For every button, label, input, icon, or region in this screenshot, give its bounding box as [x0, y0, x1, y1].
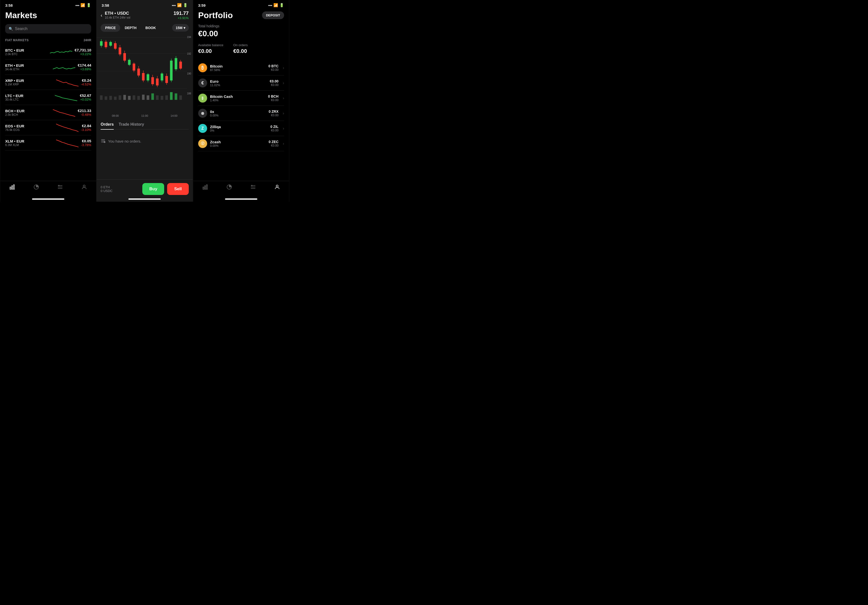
section-label: FIAT MARKETS — [5, 39, 29, 42]
back-button[interactable]: ‹ — [101, 12, 102, 18]
svg-rect-28 — [133, 64, 135, 71]
bitcoin-icon: ₿ — [198, 63, 207, 72]
price-block-etheur: €174.44 +3.69% — [78, 63, 91, 71]
bch-fiat: €0.00 — [268, 98, 278, 102]
svg-rect-2 — [13, 185, 14, 189]
svg-rect-62 — [161, 96, 163, 100]
section-header: FIAT MARKETS 24HR — [5, 39, 91, 42]
market-vol-xlmeur: 6.3M XLM — [5, 143, 54, 147]
market-info-xrpeur: XRP • EUR 5.1M XRP — [5, 79, 54, 86]
svg-rect-73 — [205, 186, 206, 189]
status-bar-portfolio: 3:59 ▪▪▪ 📶 🔋 — [193, 0, 289, 8]
total-holdings-label: Total holdings — [198, 24, 284, 28]
portfolio-header: Portfolio DEPOSIT — [193, 8, 289, 20]
zrx-chevron: › — [283, 111, 284, 115]
market-item-etheur[interactable]: ETH • EUR 34.4k ETH €174.44 +3.69% — [5, 60, 91, 75]
nav-markets-icon[interactable] — [9, 184, 15, 191]
market-item-eoseur[interactable]: EOS • EUR 76.9k EOS €2.84 -3.10% — [5, 120, 91, 135]
zil-crypto: 0 ZIL — [270, 125, 279, 129]
nav-profile-icon[interactable] — [81, 184, 87, 191]
asset-item-zec[interactable]: ⓩ Zcash 0.00% 0 ZEC €0.00 › — [198, 136, 284, 151]
buy-button[interactable]: Buy — [142, 183, 164, 195]
market-price-ltceur: €52.67 — [80, 93, 91, 98]
search-bar[interactable]: 🔍 Search — [5, 24, 91, 34]
tab-trade-history[interactable]: Trade History — [119, 122, 144, 127]
asset-item-euro[interactable]: € Euro 11.02% €0.00 €0.00 › — [198, 76, 284, 91]
market-item-xlmeur[interactable]: XLM • EUR 6.3M XLM €0.05 -3.78% — [5, 135, 91, 150]
market-info-xlmeur: XLM • EUR 6.3M XLM — [5, 139, 54, 147]
market-item-bcheur[interactable]: BCH • EUR 2.5k BCH €211.33 -0.48% — [5, 105, 91, 120]
bottom-nav-portfolio — [193, 181, 289, 199]
search-icon: 🔍 — [9, 27, 13, 31]
time-label-1400: 14:00 — [170, 114, 178, 117]
market-pair-xlmeur: XLM • EUR — [5, 139, 54, 143]
zil-name: Zilliqa — [210, 125, 268, 129]
bottom-nav-markets — [0, 181, 96, 199]
svg-rect-53 — [119, 95, 121, 100]
nav-profile-icon-p[interactable] — [274, 184, 280, 191]
signal-icon: ▪▪▪ — [75, 3, 79, 8]
zil-icon: Z — [198, 124, 207, 133]
home-indicator-2 — [129, 199, 161, 200]
svg-rect-72 — [203, 187, 204, 189]
svg-rect-18 — [109, 42, 112, 46]
market-change-eoseur: -3.10% — [81, 128, 91, 132]
bch-name: Bitcoin Cash — [210, 95, 265, 99]
eth-holding: 0 ETH — [101, 185, 140, 189]
zec-chevron: › — [283, 141, 284, 146]
zil-chevron: › — [283, 126, 284, 130]
nav-pie-icon-p[interactable] — [226, 184, 232, 191]
nav-portfolio-icon[interactable] — [33, 184, 39, 191]
nav-markets-icon-p[interactable] — [202, 184, 208, 191]
svg-line-71 — [104, 142, 105, 143]
timeframe-selector[interactable]: 15M ▾ — [172, 24, 189, 31]
chart-panel: 3:58 ▪▪▪ 📶 🔋 ‹ ETH • USDC 10.4k ETH 24hr… — [96, 0, 193, 202]
svg-rect-38 — [156, 79, 158, 85]
price-label-188: 188 — [187, 92, 191, 95]
asset-item-zrx[interactable]: ⊗ 0x 0.00% 0 ZRX €0.00 › — [198, 106, 284, 121]
wifi-icon-3: 📶 — [273, 3, 278, 8]
deposit-button[interactable]: DEPOSIT — [262, 11, 284, 19]
price-label-194: 194 — [187, 36, 191, 39]
tab-depth[interactable]: DEPTH — [120, 24, 141, 32]
svg-rect-48 — [179, 62, 182, 68]
market-change-btceur: +3.22% — [75, 52, 91, 56]
wifi-icon: 📶 — [81, 3, 85, 8]
zec-icon: ⓩ — [198, 139, 207, 148]
price-block-eoseur: €2.84 -3.10% — [81, 124, 91, 132]
zil-amounts: 0 ZIL €0.00 — [270, 125, 279, 132]
tab-book[interactable]: BOOK — [141, 24, 160, 32]
bch-amounts: 0 BCH €0.00 — [268, 95, 278, 102]
market-item-ltceur[interactable]: LTC • EUR 30.4k LTC €52.67 +0.02% — [5, 90, 91, 105]
time-labels: 08:00 11:00 14:00 — [97, 113, 192, 118]
euro-fiat: €0.00 — [270, 83, 278, 87]
asset-item-bitcoin[interactable]: ₿ Bitcoin 87.58% 0 BTC €0.00 › — [198, 60, 284, 76]
zil-pct: 0% — [210, 129, 268, 132]
portfolio-title: Portfolio — [198, 11, 233, 20]
asset-item-zil[interactable]: Z Zilliqa 0% 0 ZIL €0.00 › — [198, 121, 284, 136]
available-balance-value: €0.00 — [198, 48, 223, 54]
asset-item-bch[interactable]: ₿ Bitcoin Cash 1.40% 0 BCH €0.00 › — [198, 91, 284, 106]
nav-orders-icon-p[interactable] — [250, 184, 256, 191]
svg-rect-60 — [152, 93, 154, 100]
zrx-amounts: 0 ZRX €0.00 — [269, 110, 279, 117]
market-price-eoseur: €2.84 — [81, 124, 91, 128]
euro-pct: 11.02% — [210, 84, 267, 87]
svg-rect-0 — [10, 187, 11, 189]
zrx-crypto: 0 ZRX — [269, 110, 279, 113]
svg-rect-40 — [161, 73, 163, 81]
tab-orders[interactable]: Orders — [101, 122, 113, 130]
chart-pair: ETH • USDC — [105, 11, 171, 16]
svg-rect-34 — [147, 74, 149, 81]
sell-button[interactable]: Sell — [167, 183, 189, 195]
nav-orders-icon[interactable] — [57, 184, 63, 191]
bitcoin-chevron: › — [283, 66, 284, 70]
sparkline-ltceur — [55, 92, 77, 102]
tab-price[interactable]: PRICE — [101, 24, 120, 32]
market-change-etheur: +3.69% — [78, 67, 91, 71]
svg-rect-20 — [114, 43, 116, 49]
market-item-xrpeur[interactable]: XRP • EUR 5.1M XRP €0.24 -4.52% — [5, 75, 91, 90]
battery-icon-3: 🔋 — [279, 3, 284, 8]
svg-rect-50 — [105, 96, 107, 100]
market-item-btceur[interactable]: BTC • EUR 2.0k BTC €7,731.10 +3.22% — [5, 45, 91, 60]
